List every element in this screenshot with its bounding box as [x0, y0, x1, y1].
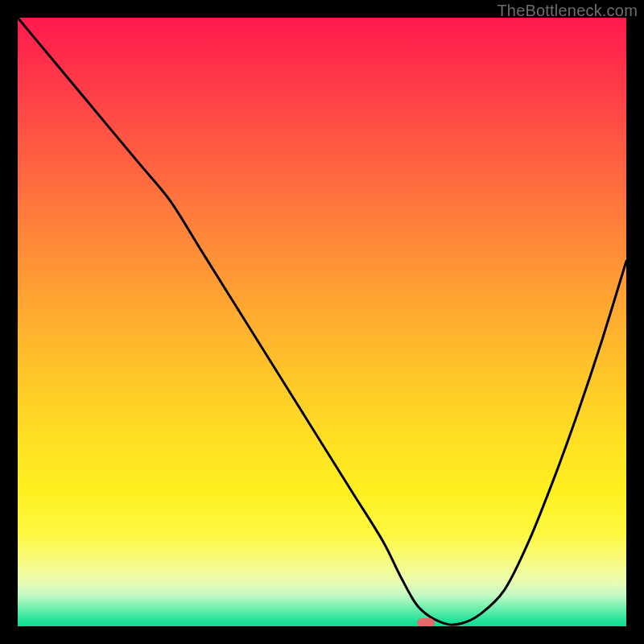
optimal-marker	[417, 618, 435, 626]
bottleneck-curve	[18, 18, 626, 626]
watermark-text: TheBottleneck.com	[497, 2, 638, 20]
chart-frame: TheBottleneck.com	[0, 0, 644, 644]
plot-area	[18, 18, 626, 626]
